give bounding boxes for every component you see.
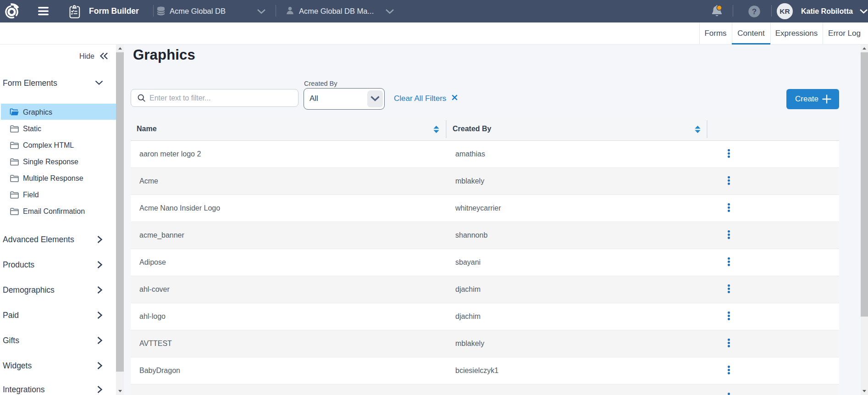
svg-text:?: ? bbox=[752, 7, 757, 16]
